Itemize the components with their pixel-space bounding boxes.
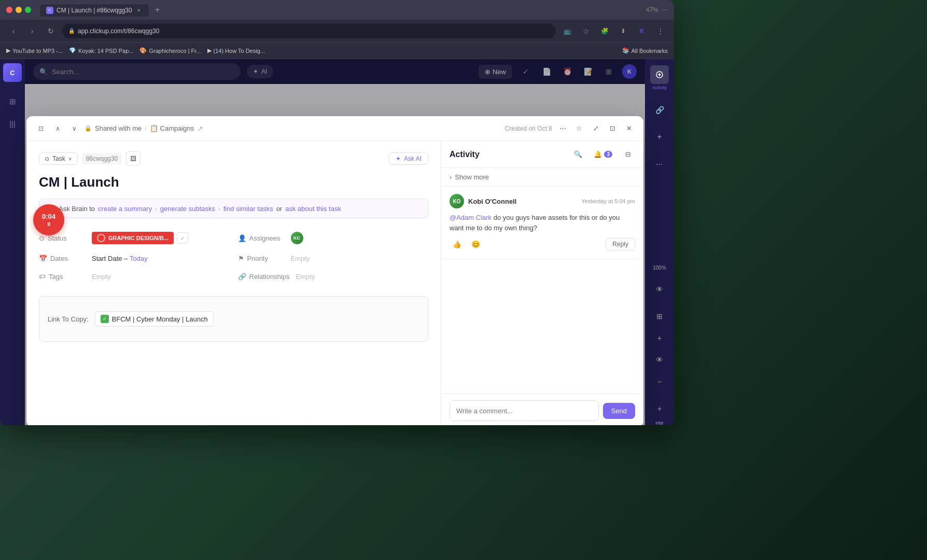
comment-input[interactable] xyxy=(450,400,599,421)
link-icon[interactable]: 🔗 xyxy=(650,101,669,119)
nav-down-button[interactable]: ∨ xyxy=(68,122,80,135)
tab-favicon: C xyxy=(46,7,53,14)
ask-ai-label: Ask AI xyxy=(404,155,422,162)
activity-icon[interactable] xyxy=(650,65,669,84)
star-button[interactable]: ☆ xyxy=(573,122,585,135)
bookmark-youtube[interactable]: ▶ YouTube to MP3 -... xyxy=(6,47,63,54)
assignees-icon: 👤 xyxy=(238,234,246,242)
back-button[interactable]: ‹ xyxy=(6,24,21,38)
breadcrumb-share-icon[interactable]: ↗ xyxy=(197,124,203,133)
assignees-field: 👤 Assignees KC xyxy=(238,229,429,247)
add-section-icon[interactable]: + xyxy=(650,399,669,418)
close-button[interactable]: ✕ xyxy=(623,122,635,135)
nav-up-button[interactable]: ∧ xyxy=(51,122,64,135)
new-tab-button[interactable]: + xyxy=(151,4,164,16)
sidebar-toggle-button[interactable]: ⊡ xyxy=(35,122,47,135)
close-button[interactable] xyxy=(6,7,12,13)
comment-input-area: Send xyxy=(441,394,643,425)
breadcrumb-shared[interactable]: Shared with me xyxy=(95,124,142,132)
activity-search-button[interactable]: 🔍 xyxy=(571,147,585,162)
ask-about-link[interactable]: ask about this task xyxy=(285,205,341,213)
bookmark-graphicheroco[interactable]: 🎨 Graphicheroco | Fr... xyxy=(139,47,201,54)
dates-field: 📅 Dates Start Date – Today xyxy=(39,251,230,265)
maximize-button[interactable] xyxy=(25,7,31,13)
tags-field: 🏷 Tags Empty xyxy=(39,270,230,284)
task-media-button[interactable]: 🖼 xyxy=(126,151,141,166)
status-check-button[interactable]: ✓ xyxy=(177,232,188,244)
status-label: ⊙ Status xyxy=(39,234,86,242)
find-similar-link[interactable]: find similar tasks xyxy=(223,205,273,213)
task-type-selector[interactable]: ⊙ Task ∨ xyxy=(39,152,78,165)
ask-ai-button[interactable]: ✦ Ask AI xyxy=(389,152,428,165)
activity-nav-item[interactable]: Activity xyxy=(650,65,669,90)
breadcrumb-campaigns[interactable]: 📋 Campaigns xyxy=(150,124,194,132)
bookmark-icon[interactable]: ☆ xyxy=(579,24,593,38)
reaction-button[interactable]: 😊 xyxy=(468,237,483,251)
show-more-button[interactable]: › Show more xyxy=(441,168,643,187)
bookmark-how-to[interactable]: ▶ (14) How To Desig... xyxy=(207,47,265,54)
right-nav: Activity 🔗 + ⋯ 100% 👁 ⊞ + 👁 − + HW + + D… xyxy=(645,59,674,425)
cu-logo[interactable]: C xyxy=(3,63,22,82)
create-summary-link[interactable]: create a summary xyxy=(98,205,152,213)
profile-icon[interactable]: K xyxy=(635,24,649,38)
generate-subtasks-link[interactable]: generate subtasks xyxy=(160,205,215,213)
status-check-icon xyxy=(97,234,105,242)
task-content: ⊙ Task ∨ 86cwqgg30 🖼 ✦ Ask AI xyxy=(26,141,441,425)
like-button[interactable]: 👍 xyxy=(450,237,464,251)
eye2-icon[interactable]: 👁 xyxy=(650,351,669,369)
zoom-100-icon[interactable]: 100% xyxy=(650,258,669,277)
navigation-bar: ‹ › ↻ 🔒 app.clickup.com/t/86cwqgg30 📺 ☆ … xyxy=(0,20,674,43)
all-bookmarks[interactable]: 📚 All Bookmarks xyxy=(622,47,668,54)
tags-value[interactable]: Empty xyxy=(92,273,111,281)
brain-suggestion: 🧠 Ask Brain to create a summary · genera… xyxy=(39,199,428,218)
timer-widget[interactable]: 0:04 ⏸ xyxy=(33,204,64,235)
reply-button[interactable]: Reply xyxy=(606,238,635,250)
commenter-avatar: KO xyxy=(450,194,464,208)
send-button[interactable]: Send xyxy=(603,403,635,419)
zoom-out-icon[interactable]: − xyxy=(650,372,669,391)
grid-icon[interactable]: ⊞ xyxy=(3,92,22,111)
plus-icon[interactable]: + xyxy=(650,128,669,146)
active-tab[interactable]: C CM | Launch | #86cwqgg30 ✕ xyxy=(39,4,149,17)
more-options-button[interactable]: ⋯ xyxy=(556,122,569,135)
comment-mention[interactable]: @Adam Clark xyxy=(450,214,491,221)
open-in-page-button[interactable]: ⊡ xyxy=(606,122,619,135)
dates-value[interactable]: Start Date – Today xyxy=(92,255,148,262)
bookmark-koyak[interactable]: 💎 Koyak: 14 PSD Pap... xyxy=(69,47,133,54)
notification-button[interactable]: 🔔 3 xyxy=(589,148,616,160)
refresh-button[interactable]: ↻ xyxy=(44,24,58,38)
activity-panel: Activity 🔍 🔔 3 ⊟ › xyxy=(441,141,643,425)
priority-label: ⚑ Priority xyxy=(238,255,285,262)
download-icon[interactable]: ⬇ xyxy=(616,24,630,38)
grid-layout-icon[interactable]: ⊞ xyxy=(650,307,669,326)
zoom-in-icon[interactable]: + xyxy=(650,329,669,347)
activity-filter-button[interactable]: ⊟ xyxy=(621,147,635,162)
status-badge[interactable]: GRAPHIC DESIGN/B... xyxy=(92,232,174,244)
forward-button[interactable]: › xyxy=(25,24,39,38)
task-title[interactable]: CM | Launch xyxy=(39,174,428,190)
url-bar[interactable]: 🔒 app.clickup.com/t/86cwqgg30 xyxy=(62,24,556,38)
link-copy-item[interactable]: ✓ BFCM | Cyber Monday | Launch xyxy=(95,311,214,327)
assignee-avatar[interactable]: KC xyxy=(291,232,303,244)
priority-value[interactable]: Empty xyxy=(291,255,310,262)
activity-header: Activity 🔍 🔔 3 ⊟ xyxy=(441,141,643,168)
eye-icon[interactable]: 👁 xyxy=(650,280,669,299)
expand-button[interactable]: ⤢ xyxy=(589,122,602,135)
modal-overlay: ⊡ ∧ ∨ 🔒 Shared with me / 📋 Campaigns ↗ C… xyxy=(25,59,645,425)
minimize-button[interactable] xyxy=(16,7,22,13)
sidebar-toggle-icon[interactable]: ||| xyxy=(3,114,22,133)
bookmarks-icon: 📚 xyxy=(622,47,629,54)
commenter-name: Kobi O'Connell xyxy=(468,198,516,205)
timer-time: 0:04 xyxy=(42,213,55,220)
extensions-icon[interactable]: 🧩 xyxy=(597,24,612,38)
tags-label: 🏷 Tags xyxy=(39,273,86,281)
more-options-icon[interactable]: ⋯ xyxy=(662,6,668,13)
link-text: BFCM | Cyber Monday | Launch xyxy=(112,315,208,323)
relationships-value[interactable]: Empty xyxy=(296,273,315,281)
more-icon[interactable]: ⋯ xyxy=(650,155,669,173)
tab-close-button[interactable]: ✕ xyxy=(135,7,143,14)
priority-icon: ⚑ xyxy=(238,255,244,262)
comment-actions: 👍 😊 Reply xyxy=(450,237,635,251)
cast-icon[interactable]: 📺 xyxy=(560,24,574,38)
chrome-menu-icon[interactable]: ⋮ xyxy=(653,24,668,38)
